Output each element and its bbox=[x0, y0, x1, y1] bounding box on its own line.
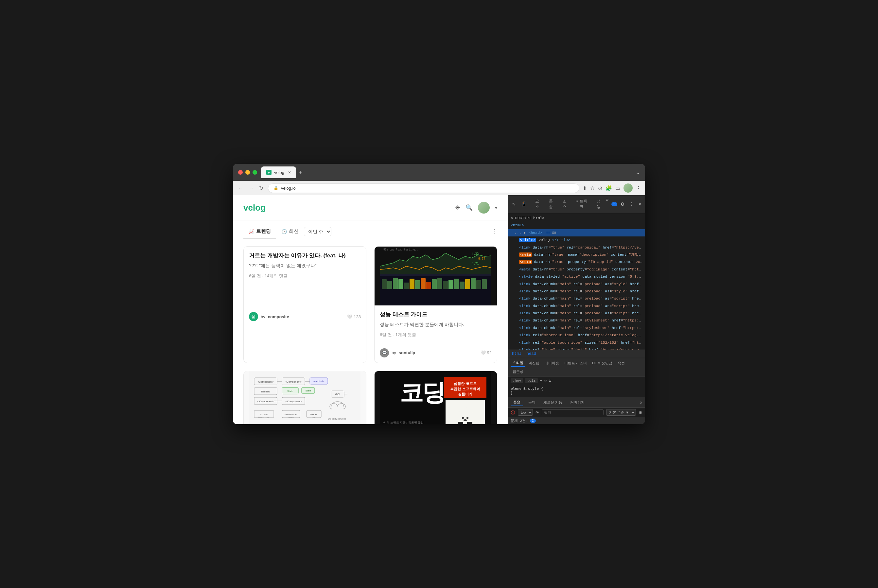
svg-text:Renders: Renders bbox=[261, 390, 270, 393]
settings-style-icon[interactable]: ⚙ bbox=[549, 378, 551, 383]
trending-tab[interactable]: 📈 트렌딩 bbox=[243, 224, 276, 238]
new-tab-button[interactable]: + bbox=[299, 169, 303, 176]
devtools-settings-icon[interactable]: ⚙ bbox=[619, 201, 626, 207]
svg-text:State: State bbox=[306, 390, 311, 392]
status-text: 문제 2건: bbox=[511, 418, 528, 423]
menu-button[interactable]: ⋮ bbox=[636, 185, 641, 191]
console-tab-issues[interactable]: 문제 bbox=[526, 399, 538, 406]
search-button[interactable]: 🔍 bbox=[465, 204, 473, 211]
forward-button[interactable]: → bbox=[247, 184, 255, 192]
svg-rect-9 bbox=[410, 279, 414, 289]
book-cover-svg: 코딩 심플한 코드로 복잡한 소프트웨어 길들이기 bbox=[375, 371, 497, 424]
address-input[interactable]: 🔒 velog.io bbox=[268, 183, 579, 193]
card-2-image: 4.32 9.74 4.71 90% cpu load testing... bbox=[375, 247, 497, 306]
console-level-select[interactable]: top bbox=[518, 409, 533, 416]
console-clear-button[interactable]: 🚫 bbox=[511, 410, 515, 415]
tab-area: v velog × + bbox=[261, 166, 632, 178]
html-line-head[interactable]: ... ▼ <head> == $0 bbox=[508, 229, 645, 237]
svg-rect-5 bbox=[387, 281, 392, 289]
style-tab-properties[interactable]: 속성 bbox=[615, 360, 627, 367]
svg-rect-13 bbox=[432, 279, 437, 289]
theme-toggle-button[interactable]: ☀ bbox=[455, 204, 460, 211]
devtools-tab-console[interactable]: 콘솔 bbox=[544, 197, 557, 211]
breadcrumb-html[interactable]: html bbox=[511, 351, 523, 357]
card-1-footer: 샒 by composite 🤍 128 bbox=[244, 312, 366, 326]
velog-content[interactable]: 거르는 개발자는 이유가 있다. (feat. 나) ???: "애는 능력이 … bbox=[233, 238, 508, 424]
console-tab-console[interactable]: 콘솔 bbox=[511, 399, 523, 406]
card-2[interactable]: 4.32 9.74 4.71 90% cpu load testing... 성… bbox=[374, 246, 497, 363]
svg-rect-4 bbox=[382, 279, 387, 289]
extension-button[interactable]: 🧩 bbox=[605, 185, 612, 191]
svg-text:4.71: 4.71 bbox=[472, 262, 479, 265]
refresh-style-icon[interactable]: ↺ bbox=[544, 378, 547, 383]
devtools-tab-performance[interactable]: 성능 bbox=[592, 197, 605, 211]
minimize-button[interactable] bbox=[245, 170, 250, 175]
clock-icon: 🕐 bbox=[281, 229, 287, 234]
recent-label: 최신 bbox=[289, 228, 299, 234]
devtools-pointer-icon[interactable]: ↖ bbox=[511, 201, 517, 207]
svg-text:/api: /api bbox=[335, 392, 340, 396]
devtools-more-tabs-icon[interactable]: » bbox=[606, 197, 608, 211]
issue-count-badge: 2 bbox=[611, 202, 617, 206]
devtools-tab-sources[interactable]: 소스 bbox=[558, 197, 571, 211]
style-tab-layout[interactable]: 레이아웃 bbox=[543, 360, 561, 367]
devtools-tab-network[interactable]: 네트워크 bbox=[572, 197, 591, 211]
velog-tabs: 📈 트렌딩 🕐 최신 이번 주 이번 달 ⋮ bbox=[233, 220, 508, 238]
console-gear-icon[interactable]: ⚙ bbox=[639, 410, 642, 415]
profile-avatar[interactable] bbox=[623, 183, 633, 193]
time-filter-select[interactable]: 이번 주 이번 달 bbox=[304, 227, 332, 236]
card-1-title: 거르는 개발자는 이유가 있다. (feat. 나) bbox=[249, 252, 361, 260]
devtools-close-icon[interactable]: × bbox=[637, 201, 642, 207]
velog-tab[interactable]: v velog × bbox=[261, 166, 296, 178]
maximize-button[interactable] bbox=[252, 170, 257, 175]
recent-tab[interactable]: 🕐 최신 bbox=[276, 224, 304, 238]
lock-icon: 🔒 bbox=[273, 186, 278, 190]
html-line-link-css3: <link data-chunk="main" rel="stylesheet"… bbox=[508, 317, 645, 324]
add-style-icon[interactable]: + bbox=[540, 378, 542, 383]
console-close-button[interactable]: × bbox=[640, 400, 642, 405]
close-button[interactable] bbox=[238, 170, 243, 175]
console-tab-bar: 콘솔 문제 새로운 기능 커버리지 × bbox=[508, 398, 645, 408]
user-avatar[interactable] bbox=[478, 202, 490, 213]
console-log-level-select[interactable]: 기본 수준 ▼ bbox=[606, 409, 636, 416]
style-filter-row: :hov .cls + ↺ ⚙ bbox=[508, 376, 645, 385]
console-controls: 🚫 top 👁 기본 수준 ▼ ⚙ bbox=[508, 408, 645, 417]
window-expand-icon[interactable]: ⌄ bbox=[636, 170, 640, 176]
svg-text:<Component>: <Component> bbox=[257, 380, 274, 383]
cls-filter-button[interactable]: .cls bbox=[525, 378, 537, 383]
tabs-more-icon[interactable]: ⋮ bbox=[491, 228, 497, 235]
tab-close-button[interactable]: × bbox=[288, 170, 291, 175]
card-1[interactable]: 거르는 개발자는 이유가 있다. (feat. 나) ???: "애는 능력이 … bbox=[243, 246, 366, 363]
card-4[interactable]: 코딩 심플한 코드로 복잡한 소프트웨어 길들이기 bbox=[374, 371, 497, 424]
share-button[interactable]: ⬆ bbox=[582, 185, 587, 191]
style-tab-dom-break[interactable]: DOM 중단점 bbox=[590, 360, 614, 367]
reload-button[interactable]: ↻ bbox=[258, 184, 265, 193]
sidebar-button[interactable]: ▭ bbox=[615, 185, 620, 191]
pseudo-filter-button[interactable]: :hov bbox=[511, 378, 523, 383]
svg-text:</Component>: </Component> bbox=[257, 400, 275, 403]
bookmark-button[interactable]: ☆ bbox=[590, 185, 595, 191]
back-button[interactable]: ← bbox=[237, 184, 245, 192]
console-eye-button[interactable]: 👁 bbox=[536, 410, 539, 414]
style-tab-styles[interactable]: 스타일 bbox=[511, 359, 525, 367]
svg-text:useHook: useHook bbox=[314, 380, 324, 382]
console-tab-new-features[interactable]: 새로운 기능 bbox=[541, 399, 565, 406]
style-element-rule: element.style { bbox=[511, 387, 642, 391]
devtools-device-icon[interactable]: 📱 bbox=[520, 201, 528, 207]
dropdown-arrow-icon[interactable]: ▾ bbox=[495, 205, 497, 210]
devtools-html-content[interactable]: <!DOCTYPE html> <html> ... ▼ <head> == $… bbox=[508, 213, 645, 350]
console-tab-coverage[interactable]: 커버리지 bbox=[567, 399, 587, 406]
devtools-overflow-icon[interactable]: ⋮ bbox=[628, 201, 635, 207]
svg-text:길들이기: 길들이기 bbox=[458, 392, 472, 396]
card-1-author: 샒 by composite bbox=[249, 312, 289, 321]
style-tab-computed[interactable]: 계산됨 bbox=[527, 360, 542, 367]
devtools-tab-elements[interactable]: 요소 bbox=[531, 197, 544, 211]
style-tab-accessibility[interactable]: 접근성 bbox=[511, 368, 525, 375]
breadcrumb-head[interactable]: head bbox=[525, 351, 537, 357]
card-3[interactable]: <Component> Renders </Component> <Compon… bbox=[243, 371, 366, 424]
console-filter-input[interactable] bbox=[542, 410, 603, 416]
screenshot-button[interactable]: ⊙ bbox=[598, 185, 602, 191]
browser-window: v velog × + ⌄ ← → ↻ 🔒 velog.io ⬆ ☆ ⊙ 🧩 ▭… bbox=[233, 164, 645, 424]
style-tab-events[interactable]: 이벤트 리스너 bbox=[562, 360, 589, 367]
svg-point-72 bbox=[460, 402, 464, 412]
